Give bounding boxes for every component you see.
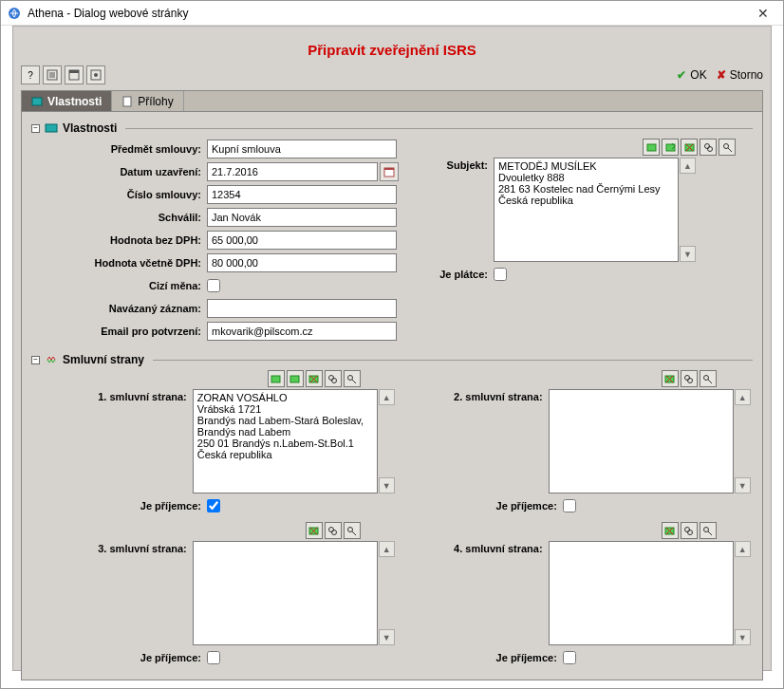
lbl-jeplatce: Je plátce: <box>408 269 494 280</box>
subject-btn-5[interactable] <box>719 139 736 156</box>
scroll-up-icon[interactable]: ▲ <box>680 158 696 174</box>
close-button[interactable]: ✕ <box>749 4 777 23</box>
svg-rect-7 <box>123 97 131 106</box>
p1-btn-4[interactable] <box>325 370 342 387</box>
group-vlastnosti-icon <box>45 121 58 135</box>
tabs: Vlastnosti Přílohy <box>21 90 763 111</box>
p3-btn-3[interactable] <box>306 522 323 539</box>
svg-point-25 <box>688 378 693 382</box>
scroll-down-icon[interactable]: ▼ <box>379 629 395 645</box>
textarea-strana2[interactable] <box>549 389 734 493</box>
scroll-down-icon[interactable]: ▼ <box>735 477 751 493</box>
check-prijemce3[interactable] <box>207 651 220 664</box>
lbl-strana4: 4. smluvní strana: <box>387 541 549 554</box>
scroll-up-icon[interactable]: ▲ <box>379 541 395 557</box>
lbl-subjekt: Subjekt: <box>408 158 494 171</box>
check-mena[interactable] <box>207 279 220 292</box>
titlebar-text: Athena - Dialog webové stránky <box>28 7 749 20</box>
svg-point-22 <box>348 375 353 380</box>
lbl-navaz: Navázaný záznam: <box>31 303 207 314</box>
svg-point-24 <box>685 375 690 380</box>
group-vlastnosti-title: Vlastnosti <box>63 121 117 135</box>
svg-point-5 <box>94 73 98 77</box>
p2-btn-4[interactable] <box>681 370 698 387</box>
textarea-strana1[interactable]: ZORAN VOSÁHLO Vrábská 1721 Brandýs nad L… <box>193 389 378 493</box>
app-icon <box>7 6 22 21</box>
scroll-down-icon[interactable]: ▼ <box>680 246 696 262</box>
lbl-mena: Cizí měna: <box>31 280 207 291</box>
party-2: 2. smluvní strana: ▲▼ Je příjemce: <box>387 370 734 518</box>
p1-btn-1[interactable] <box>268 370 285 387</box>
group-strany-icon <box>45 353 58 366</box>
group-vlastnosti: − Vlastnosti Předmět smlouvy: Datum uzav… <box>31 121 753 344</box>
p3-btn-5[interactable] <box>344 522 361 539</box>
subject-btn-2[interactable] <box>662 139 679 156</box>
p2-btn-5[interactable] <box>700 370 717 387</box>
input-bezdph[interactable] <box>207 231 397 250</box>
ok-label: OK <box>690 68 706 82</box>
input-cislo[interactable] <box>207 185 397 204</box>
help-button[interactable]: ? <box>21 65 40 84</box>
textarea-subjekt[interactable]: METODĚJ MUSÍLEK Dvouletky 888 281 63 Kos… <box>494 158 679 262</box>
collapse-strany[interactable]: − <box>31 356 40 364</box>
p2-btn-3[interactable] <box>662 370 679 387</box>
x-icon: ✘ <box>717 68 726 82</box>
check-prijemce1[interactable] <box>207 499 220 512</box>
svg-point-21 <box>332 378 337 382</box>
lbl-strana2: 2. smluvní strana: <box>387 389 549 402</box>
date-picker-button[interactable] <box>380 162 399 181</box>
svg-point-33 <box>688 530 693 534</box>
toolbar-btn-2[interactable] <box>43 65 62 84</box>
lbl-predmet: Předmět smlouvy: <box>31 143 207 155</box>
input-email[interactable] <box>207 322 397 341</box>
tab-content: − Vlastnosti Předmět smlouvy: Datum uzav… <box>21 111 763 680</box>
svg-point-14 <box>704 143 709 148</box>
scroll-down-icon[interactable]: ▼ <box>735 629 751 645</box>
scroll-up-icon[interactable]: ▲ <box>735 389 751 405</box>
tab-vlastnosti-label: Vlastnosti <box>47 95 102 108</box>
collapse-vlastnosti[interactable]: − <box>31 124 40 133</box>
svg-rect-6 <box>32 98 42 105</box>
document-icon <box>121 96 133 107</box>
dialog-window: Athena - Dialog webové stránky ✕ Připrav… <box>0 0 784 689</box>
properties-icon <box>31 96 43 107</box>
group-strany-title: Smluvní strany <box>63 353 144 366</box>
lbl-datum: Datum uzavření: <box>31 166 207 177</box>
scroll-down-icon[interactable]: ▼ <box>379 477 395 493</box>
toolbar-btn-4[interactable] <box>86 65 105 84</box>
input-predmet[interactable] <box>207 140 397 158</box>
dialog-header: Připravit zveřejnění ISRS <box>21 32 763 64</box>
check-prijemce4[interactable] <box>563 651 576 664</box>
lbl-strana3: 3. smluvní strana: <box>31 541 193 554</box>
check-jeplatce[interactable] <box>494 268 507 281</box>
subject-btn-3[interactable] <box>681 139 698 156</box>
scroll-up-icon[interactable]: ▲ <box>735 541 751 557</box>
textarea-strana4[interactable] <box>549 541 734 645</box>
textarea-strana3[interactable] <box>193 541 378 645</box>
input-schvalil[interactable] <box>207 208 397 227</box>
svg-point-29 <box>332 530 337 534</box>
input-navaz[interactable] <box>207 299 397 318</box>
svg-point-32 <box>685 527 690 531</box>
p4-btn-5[interactable] <box>700 522 717 539</box>
tab-vlastnosti[interactable]: Vlastnosti <box>22 91 112 111</box>
p1-btn-3[interactable] <box>306 370 323 387</box>
p4-btn-4[interactable] <box>681 522 698 539</box>
p4-btn-3[interactable] <box>662 522 679 539</box>
svg-rect-18 <box>290 376 299 382</box>
input-datum[interactable] <box>207 162 378 181</box>
subject-btn-4[interactable] <box>700 139 717 156</box>
p1-btn-5[interactable] <box>344 370 361 387</box>
storno-button[interactable]: ✘Storno <box>717 68 763 82</box>
check-prijemce2[interactable] <box>563 499 576 512</box>
toolbar-btn-3[interactable] <box>65 65 84 84</box>
subject-btn-1[interactable] <box>643 139 660 156</box>
ok-button[interactable]: ✔OK <box>677 68 706 82</box>
input-vcdph[interactable] <box>207 253 397 272</box>
scroll-up-icon[interactable]: ▲ <box>379 389 395 405</box>
p3-btn-4[interactable] <box>325 522 342 539</box>
titlebar: Athena - Dialog webové stránky ✕ <box>1 1 783 26</box>
tab-prilohy[interactable]: Přílohy <box>112 91 183 111</box>
p1-btn-2[interactable] <box>287 370 304 387</box>
party-1: 1. smluvní strana: ZORAN VOSÁHLO Vrábská… <box>31 370 378 518</box>
